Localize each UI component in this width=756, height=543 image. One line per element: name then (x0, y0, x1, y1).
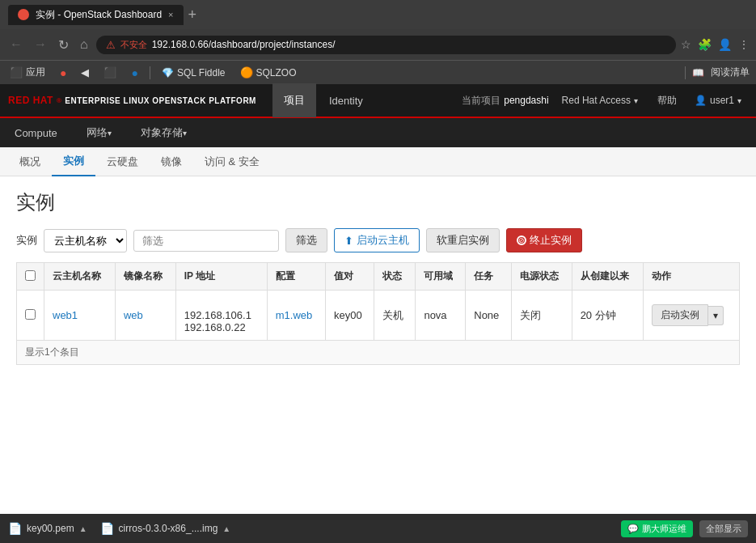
help-button[interactable]: 帮助 (651, 91, 683, 111)
insecure-label: 不安全 (120, 39, 147, 51)
browser-tab[interactable]: 实例 - OpenStack Dashboard × (8, 5, 184, 25)
nav-item-project[interactable]: 项目 (272, 83, 316, 117)
bookmark-blue[interactable]: ● (128, 65, 141, 81)
wechat-widget[interactable]: 💬 鹏大师运维 (621, 520, 693, 537)
second-nav-compute[interactable]: Compute (0, 118, 72, 147)
bookmarks-bar: ⬛ 应用 ● ◀ ⬛ ● 💎 SQL Fiddle 🟠 SQLZOO 📖 阅读清… (0, 60, 756, 84)
tab-close-icon[interactable]: × (168, 10, 173, 19)
col-task: 任务 (466, 263, 512, 291)
row-checkbox-cell (17, 291, 44, 341)
logo-red: RED HAT (8, 95, 53, 106)
action-btn-group: 启动实例 ▾ (652, 304, 731, 326)
download-file-icon-1: 📄 (100, 522, 114, 535)
user-dropdown-icon: ▾ (737, 96, 741, 105)
download-item-0[interactable]: 📄 key00.pem ▲ (8, 522, 87, 535)
table-footer: 显示1个条目 (16, 341, 740, 365)
profile-icon[interactable]: 👤 (718, 38, 732, 51)
table-header-checkbox (17, 263, 44, 291)
reading-list-label[interactable]: 阅读清单 (711, 66, 750, 79)
tab-title: 实例 - OpenStack Dashboard (36, 8, 162, 22)
select-all-checkbox[interactable] (25, 270, 36, 281)
security-warning-icon: ⚠ (106, 39, 116, 51)
current-project: 当前项目 pengdashi (462, 94, 548, 108)
row-age-cell: 20 分钟 (572, 291, 643, 341)
browser-toolbar: ← → ↻ ⌂ ⚠ 不安全 192.168.0.66/dashboard/pro… (0, 29, 756, 60)
instance-action-dropdown[interactable]: ▾ (708, 306, 724, 325)
terminate-instance-button[interactable]: ⊘ 终止实例 (506, 228, 582, 252)
current-project-value: pengdashi (504, 95, 548, 106)
download-arrow-0[interactable]: ▲ (79, 524, 87, 533)
launch-instance-button[interactable]: ⬆ 启动云主机 (334, 228, 420, 252)
col-flavor: 配置 (267, 263, 325, 291)
col-action: 动作 (643, 263, 739, 291)
instance-image-link[interactable]: web (124, 309, 143, 321)
row-keypair-cell: key00 (325, 291, 374, 341)
reboot-instance-button[interactable]: 软重启实例 (426, 228, 500, 252)
bookmark-red[interactable]: ● (57, 65, 70, 81)
col-age: 从创建以来 (572, 263, 643, 291)
instance-az: nova (424, 309, 446, 321)
second-nav-storage[interactable]: 对象存储 (126, 118, 201, 147)
instance-action-button[interactable]: 启动实例 (652, 304, 708, 326)
instance-status: 关机 (382, 309, 403, 321)
logo-sup: ® (57, 97, 61, 104)
tab-overview[interactable]: 概况 (8, 148, 52, 176)
row-name-cell: web1 (44, 291, 116, 341)
all-show-button[interactable]: 全部显示 (699, 520, 748, 537)
user-menu-button[interactable]: 👤 user1 ▾ (688, 91, 748, 109)
tab-access-security[interactable]: 访问 & 安全 (193, 148, 271, 176)
os-right-nav: 当前项目 pengdashi Red Hat Access ▾ 帮助 👤 use… (462, 91, 748, 111)
second-nav-network[interactable]: 网络 (72, 118, 126, 147)
home-button[interactable]: ⌂ (77, 36, 91, 53)
bookmark-sqlzoo-label: SQLZOO (256, 67, 297, 78)
redhat-access-button[interactable]: Red Hat Access ▾ (554, 91, 646, 109)
filter-label: 实例 (16, 233, 37, 248)
address-url[interactable]: 192.168.0.66/dashboard/project/instances… (152, 39, 666, 50)
tab-instances[interactable]: 实例 (52, 147, 95, 176)
tab-images[interactable]: 镜像 (150, 148, 193, 176)
os-logo: RED HAT ® ENTERPRISE LINUX OPENSTACK PLA… (8, 95, 256, 106)
page-title: 实例 (16, 189, 740, 215)
menu-icon[interactable]: ⋮ (738, 38, 750, 51)
new-tab-button[interactable]: + (188, 6, 197, 23)
instances-table: 云主机名称 镜像名称 IP 地址 配置 值对 状态 可用域 任务 电源状态 从创… (16, 262, 740, 341)
row-action-cell: 启动实例 ▾ (643, 291, 739, 341)
nav-item-identity[interactable]: Identity (318, 83, 374, 117)
back-button[interactable]: ← (6, 36, 26, 53)
table-footer-text: 显示1个条目 (25, 346, 79, 358)
instance-ip: 192.168.106.1 192.168.0.22 (184, 309, 251, 333)
forward-button[interactable]: → (31, 36, 50, 53)
openstack-app: RED HAT ® ENTERPRISE LINUX OPENSTACK PLA… (0, 84, 756, 378)
download-item-1[interactable]: 📄 cirros-0.3.0-x86_....img ▲ (100, 522, 231, 535)
os-nav-items: 项目 Identity (272, 83, 374, 117)
bookmark-star-icon[interactable]: ☆ (681, 38, 691, 51)
bookmark-sqlfiddle-label: SQL Fiddle (177, 67, 226, 78)
filter-button[interactable]: 筛选 (285, 228, 327, 252)
refresh-button[interactable]: ↻ (55, 36, 72, 54)
extensions-icon[interactable]: 🧩 (698, 38, 712, 51)
bookmark-sqlzoo[interactable]: 🟠 SQLZOO (237, 65, 300, 80)
filter-select[interactable]: 云主机名称 (44, 229, 127, 252)
row-az-cell: nova (416, 291, 466, 341)
bookmark-back[interactable]: ◀ (78, 65, 92, 80)
address-bar[interactable]: ⚠ 不安全 192.168.0.66/dashboard/project/ins… (96, 36, 676, 54)
os-topbar: RED HAT ® ENTERPRISE LINUX OPENSTACK PLA… (0, 84, 756, 118)
bookmark-apps[interactable]: ⬛ 应用 (6, 64, 49, 81)
instance-name-link[interactable]: web1 (53, 309, 78, 321)
os-content: 实例 实例 云主机名称 筛选 ⬆ 启动云主机 软重启实例 ⊘ 终止实例 (0, 176, 756, 378)
instance-flavor-link[interactable]: m1.web (276, 309, 313, 321)
col-status: 状态 (374, 263, 416, 291)
col-keypair: 值对 (325, 263, 374, 291)
logo-text: ENTERPRISE LINUX OPENSTACK PLATFORM (65, 96, 256, 105)
row-checkbox[interactable] (25, 309, 36, 320)
bookmark-sqlfiddle[interactable]: 💎 SQL Fiddle (158, 66, 229, 80)
row-ip-cell: 192.168.106.1 192.168.0.22 (175, 291, 267, 341)
download-arrow-1[interactable]: ▲ (222, 524, 230, 533)
col-az: 可用域 (416, 263, 466, 291)
tab-volumes[interactable]: 云硬盘 (95, 148, 150, 176)
bookmark-square[interactable]: ⬛ (100, 65, 120, 80)
bookmark-apps-label: 应用 (26, 66, 45, 79)
filter-input[interactable] (133, 230, 279, 252)
instance-power: 关闭 (520, 309, 541, 321)
row-task-cell: None (466, 291, 512, 341)
